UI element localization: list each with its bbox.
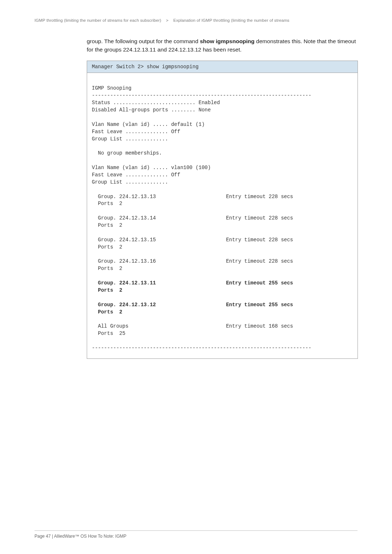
term-line — [92, 338, 95, 344]
term-line — [92, 208, 95, 214]
term-line-bold: Ports 2 — [92, 287, 122, 293]
intro-paragraph: group. The following output for the comm… — [87, 37, 358, 54]
term-line-bold: Group. 224.12.13.12 Entry timeout 255 se… — [92, 302, 293, 308]
term-line — [92, 157, 95, 163]
term-line — [92, 230, 95, 235]
page-footer: Page 47 | AlliedWare™ OS How To Note: IG… — [34, 530, 358, 539]
breadcrumb-right: Explanation of IGMP throttling (limiting… — [173, 18, 289, 22]
term-line: Ports 25 — [92, 331, 125, 336]
term-line: Fast Leave .............. Off — [92, 172, 180, 178]
breadcrumb: IGMP throttling (limiting the number of … — [34, 18, 358, 22]
term-line: Group List .............. — [92, 136, 168, 142]
intro-text-1: group. The following output for the comm… — [87, 38, 200, 44]
term-line: Status ........................... Enabl… — [92, 100, 220, 106]
term-line: Ports 2 — [92, 201, 122, 206]
term-line — [92, 273, 95, 279]
term-line-bold: Group. 224.12.13.11 Entry timeout 255 se… — [92, 280, 293, 286]
term-line — [92, 186, 95, 192]
footer-text: Page 47 | AlliedWare™ OS How To Note: IG… — [34, 534, 126, 539]
term-line: Group. 224.12.13.16 Entry timeout 228 se… — [92, 258, 293, 264]
term-line — [92, 295, 95, 300]
term-line: Ports 2 — [92, 222, 122, 228]
term-line: Fast Leave .............. Off — [92, 129, 180, 135]
term-line: ----------------------------------------… — [92, 345, 311, 351]
term-line: No group memberships. — [92, 150, 162, 156]
term-line: ----------------------------------------… — [92, 93, 311, 98]
term-line: IGMP Snooping — [92, 85, 131, 91]
term-line: Vlan Name (vlan id) ..... vlan100 (100) — [92, 165, 211, 171]
breadcrumb-separator: > — [166, 18, 168, 22]
breadcrumb-left: IGMP throttling (limiting the number of … — [34, 18, 161, 22]
term-line: Group List .............. — [92, 179, 168, 185]
term-line: Vlan Name (vlan id) ..... default (1) — [92, 122, 205, 127]
term-line: Group. 224.12.13.13 Entry timeout 228 se… — [92, 194, 293, 200]
term-line: Ports 2 — [92, 244, 122, 250]
term-line: Disabled All-groups ports ........ None — [92, 107, 211, 113]
term-line: Group. 224.12.13.14 Entry timeout 228 se… — [92, 215, 293, 221]
term-line-bold: Ports 2 — [92, 309, 122, 315]
terminal-prompt: Manager Switch 2> show igmpsnooping — [87, 61, 358, 73]
term-line — [92, 114, 95, 120]
term-line — [92, 316, 95, 322]
intro-command: show igmpsnooping — [200, 38, 255, 44]
term-line: Group. 224.12.13.15 Entry timeout 228 se… — [92, 237, 293, 243]
term-line — [92, 143, 95, 149]
term-line — [92, 251, 95, 257]
terminal-body: IGMP Snooping --------------------------… — [87, 73, 358, 358]
term-line: All Groups Entry timeout 168 secs — [92, 323, 293, 329]
terminal-output: Manager Switch 2> show igmpsnooping IGMP… — [87, 61, 358, 359]
term-line: Ports 2 — [92, 266, 122, 271]
